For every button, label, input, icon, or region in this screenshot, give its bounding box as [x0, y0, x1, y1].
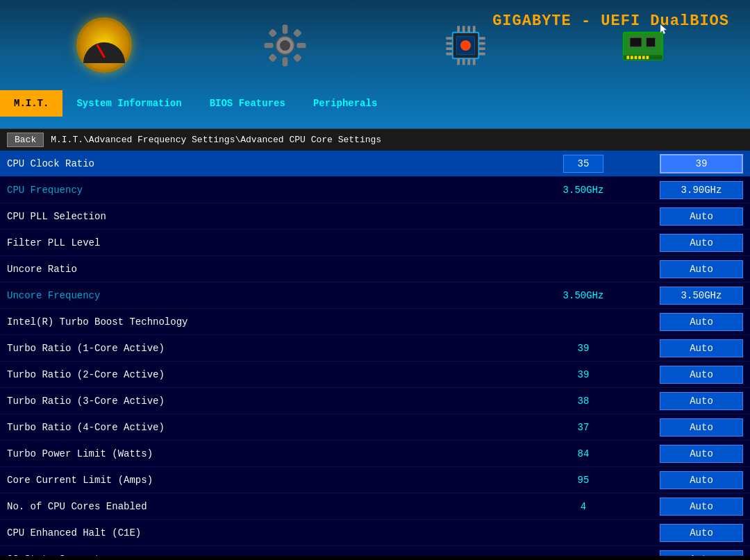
setting-name: Turbo Power Limit (Watts): [7, 448, 514, 459]
setting-value-center: 84: [514, 448, 653, 459]
setting-value-center: 95: [514, 475, 653, 486]
nav-tabs: M.I.T. System Information BIOS Features …: [0, 90, 750, 117]
svg-rect-6: [268, 28, 277, 37]
setting-value-right[interactable]: 3.90GHz: [660, 181, 743, 199]
svg-rect-38: [646, 37, 655, 46]
svg-rect-15: [446, 47, 452, 50]
svg-rect-37: [630, 37, 642, 46]
settings-row[interactable]: C3 State SupportAuto: [0, 546, 750, 556]
setting-value-right[interactable]: 3.50GHz: [660, 287, 743, 305]
settings-row[interactable]: Filter PLL LevelAuto: [0, 230, 750, 256]
svg-rect-2: [282, 24, 288, 33]
settings-row[interactable]: No. of CPU Cores Enabled4Auto: [0, 493, 750, 520]
setting-value-right[interactable]: Auto: [660, 339, 743, 357]
setting-value-right[interactable]: Auto: [660, 524, 743, 542]
setting-value-right[interactable]: Auto: [660, 366, 743, 384]
setting-value-center: 3.50GHz: [514, 185, 653, 196]
settings-row[interactable]: CPU Clock Ratio3539: [0, 151, 750, 177]
tab-system-information[interactable]: System Information: [62, 90, 195, 117]
svg-rect-35: [642, 56, 644, 59]
main-content: CPU Clock Ratio3539CPU Frequency3.50GHz3…: [0, 151, 750, 556]
svg-rect-24: [472, 26, 475, 32]
setting-value-right[interactable]: Auto: [660, 550, 743, 557]
setting-value-center: 37: [514, 422, 653, 433]
svg-rect-25: [457, 58, 460, 65]
setting-name: CPU Enhanced Halt (C1E): [7, 527, 514, 538]
svg-rect-16: [446, 52, 452, 55]
setting-name: CPU PLL Selection: [7, 211, 514, 222]
settings-row[interactable]: CPU PLL SelectionAuto: [0, 203, 750, 230]
svg-point-1: [280, 40, 290, 51]
setting-value-right[interactable]: Auto: [660, 234, 743, 252]
svg-rect-21: [457, 26, 460, 32]
setting-value-center: 39: [514, 369, 653, 380]
setting-value-right[interactable]: Auto: [660, 445, 743, 463]
setting-value-right[interactable]: Auto: [660, 313, 743, 331]
settings-row[interactable]: CPU Enhanced Halt (C1E)Auto: [0, 520, 750, 546]
svg-rect-20: [478, 52, 485, 55]
svg-rect-31: [626, 56, 629, 59]
setting-value-right[interactable]: 39: [660, 154, 743, 173]
settings-row[interactable]: CPU Frequency3.50GHz3.90GHz: [0, 177, 750, 203]
settings-row[interactable]: Uncore Frequency3.50GHz3.50GHz: [0, 282, 750, 309]
settings-row[interactable]: Intel(R) Turbo Boost TechnologyAuto: [0, 309, 750, 335]
svg-point-12: [460, 40, 471, 51]
setting-name: C3 State Support: [7, 554, 514, 557]
settings-row[interactable]: Turbo Ratio (3-Core Active)38Auto: [0, 388, 750, 414]
svg-rect-7: [292, 28, 301, 37]
header: GIGABYTE - UEFI DualBIOS: [0, 0, 750, 128]
svg-rect-36: [646, 56, 649, 59]
setting-name: No. of CPU Cores Enabled: [7, 501, 514, 512]
svg-rect-18: [478, 42, 485, 44]
speedometer-icon: [76, 17, 132, 73]
brand-name-highlight: UEFI: [601, 12, 640, 30]
setting-name: Turbo Ratio (2-Core Active): [7, 369, 514, 380]
tab-mit[interactable]: M.I.T.: [0, 90, 62, 117]
setting-value-right[interactable]: Auto: [660, 418, 743, 436]
back-button[interactable]: Back: [7, 133, 44, 147]
setting-value-right[interactable]: Auto: [660, 498, 743, 516]
svg-rect-19: [478, 47, 485, 50]
settings-row[interactable]: Core Current Limit (Amps)95Auto: [0, 467, 750, 493]
nav-icon-mit[interactable]: [14, 17, 194, 73]
setting-value-right[interactable]: Auto: [660, 207, 743, 226]
setting-value-right[interactable]: Auto: [660, 392, 743, 410]
setting-name: Uncore Ratio: [7, 264, 514, 275]
setting-name: Turbo Ratio (4-Core Active): [7, 422, 514, 433]
needle-icon: [96, 44, 106, 58]
setting-value-center: 39: [514, 343, 653, 354]
settings-table: CPU Clock Ratio3539CPU Frequency3.50GHz3…: [0, 151, 750, 556]
settings-row[interactable]: Turbo Ratio (2-Core Active)39Auto: [0, 362, 750, 388]
settings-row[interactable]: Turbo Power Limit (Watts)84Auto: [0, 441, 750, 467]
setting-name: Turbo Ratio (3-Core Active): [7, 396, 514, 407]
nav-icon-system[interactable]: [194, 19, 375, 71]
svg-rect-9: [292, 53, 301, 62]
breadcrumb-path: M.I.T.\Advanced Frequency Settings\Advan…: [51, 135, 381, 145]
setting-value-center: 4: [514, 501, 653, 512]
settings-row[interactable]: Turbo Ratio (1-Core Active)39Auto: [0, 335, 750, 362]
setting-value-right[interactable]: Auto: [660, 260, 743, 278]
svg-rect-34: [638, 56, 641, 59]
setting-name: CPU Frequency: [7, 185, 514, 196]
settings-row[interactable]: Turbo Ratio (4-Core Active)37Auto: [0, 414, 750, 441]
tab-bios-features[interactable]: BIOS Features: [196, 90, 299, 117]
brand-title: GIGABYTE - UEFI DualBIOS: [492, 12, 729, 30]
setting-value-center: 3.50GHz: [514, 290, 653, 301]
svg-rect-4: [264, 42, 273, 48]
tab-peripherals[interactable]: Peripherals: [299, 90, 391, 117]
svg-rect-8: [268, 53, 277, 62]
svg-rect-27: [467, 58, 470, 65]
brand-name-suffix: DualBIOS: [640, 12, 729, 30]
setting-name: Intel(R) Turbo Boost Technology: [7, 316, 514, 328]
brand-name-prefix: GIGABYTE -: [492, 12, 601, 30]
setting-value-right[interactable]: Auto: [660, 471, 743, 489]
breadcrumb-bar: Back M.I.T.\Advanced Frequency Settings\…: [0, 128, 750, 151]
svg-rect-32: [631, 56, 633, 59]
svg-rect-33: [634, 56, 637, 59]
settings-row[interactable]: Uncore RatioAuto: [0, 256, 750, 282]
svg-rect-28: [472, 58, 475, 65]
setting-value-center: 38: [514, 396, 653, 407]
setting-name: Turbo Ratio (1-Core Active): [7, 343, 514, 354]
svg-rect-26: [462, 58, 465, 65]
svg-rect-5: [297, 42, 306, 48]
